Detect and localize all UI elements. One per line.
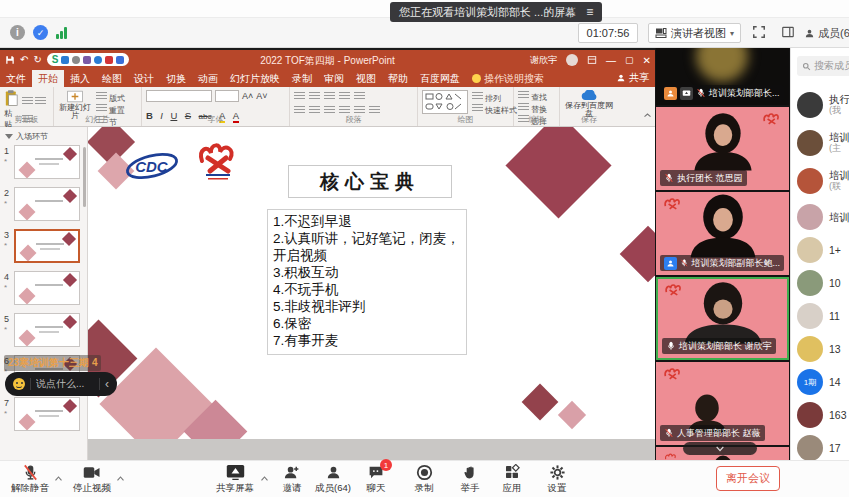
line-spacing-button[interactable]	[354, 92, 365, 101]
arrange-button[interactable]: 排列	[472, 91, 517, 103]
save-group-label: 保存	[560, 114, 618, 125]
members-button[interactable]: 成员(64)	[309, 463, 357, 495]
font-size-select[interactable]	[215, 90, 239, 102]
shield-icon[interactable]: ✓	[33, 25, 48, 40]
shapes-gallery[interactable]	[422, 90, 468, 114]
ribbon-options-icon[interactable]	[587, 55, 597, 65]
maximize-button[interactable]: ▢	[625, 55, 634, 65]
member-row[interactable]: 培训(联	[797, 164, 849, 198]
info-icon[interactable]: i	[10, 25, 25, 40]
tab-insert[interactable]: 插入	[64, 70, 96, 87]
slide-thumbnail-2[interactable]: 2*	[0, 187, 88, 225]
tab-baidu-netdisk[interactable]: 百度网盘	[414, 70, 466, 87]
member-row[interactable]: 执行(我	[797, 88, 849, 122]
view-mode-button[interactable]: 演讲者视图 ▾	[648, 23, 741, 43]
member-row[interactable]: 培训(主	[797, 126, 849, 160]
video-tile-1[interactable]: 培训策划部部长...	[656, 48, 789, 105]
scroll-videos-down-button[interactable]	[683, 442, 757, 455]
member-row[interactable]: 10	[797, 268, 849, 298]
replace-button[interactable]: 替换	[518, 102, 555, 114]
slide-canvas[interactable]: CDC 核心宝典 1.不迟到早退 2.认真听讲，记好笔记，闭麦， 开启视频 3.…	[88, 127, 655, 439]
slide-thumbnail-5[interactable]: 5*	[0, 313, 88, 351]
tab-home[interactable]: 开始	[32, 70, 64, 87]
bullets-button[interactable]	[294, 92, 305, 101]
person-icon	[325, 463, 342, 481]
minimize-button[interactable]: —	[606, 55, 616, 66]
members-panel-header[interactable]: 成员(64)	[804, 26, 849, 41]
video-options-chevron[interactable]	[116, 468, 125, 486]
member-row[interactable]: 培训	[797, 202, 849, 232]
quick-chat-bar[interactable]: 说点什么... ‹	[5, 372, 117, 396]
member-row[interactable]: 163	[797, 400, 849, 430]
tab-file[interactable]: 文件	[0, 70, 32, 87]
member-row[interactable]: 1+	[797, 235, 849, 265]
svg-text:CDC: CDC	[135, 158, 168, 175]
slide-title[interactable]: 核心宝典	[288, 165, 452, 198]
share-screen-button[interactable]: 共享屏幕	[211, 463, 259, 495]
close-button[interactable]: ✕	[643, 55, 651, 66]
meeting-app-window: 您正在观看培训策划部部长 ...的屏幕 ≡ i ✓ 01:07:56 演讲者视图…	[0, 0, 849, 497]
tab-help[interactable]: 帮助	[382, 70, 414, 87]
apps-button[interactable]: 应用	[488, 463, 536, 495]
tab-view[interactable]: 视图	[350, 70, 382, 87]
settings-button[interactable]: 设置	[533, 463, 581, 495]
member-row[interactable]: 1期 14	[797, 367, 849, 397]
font-name-select[interactable]	[146, 90, 212, 102]
side-panel-toggle-icon[interactable]	[781, 25, 795, 43]
chat-button[interactable]: 1 聊天	[352, 463, 400, 495]
leave-meeting-button[interactable]: 离开会议	[716, 466, 780, 491]
tab-design[interactable]: 设计	[128, 70, 160, 87]
layout-button[interactable]: 版式	[96, 91, 125, 103]
collapse-ribbon-icon[interactable]	[643, 106, 652, 124]
find-button[interactable]: 查找	[518, 90, 555, 102]
emoji-icon[interactable]	[13, 378, 25, 390]
stop-video-button[interactable]: 停止视频	[68, 463, 116, 495]
unmute-button[interactable]: 解除静音	[6, 463, 54, 495]
member-row[interactable]: 17	[797, 433, 849, 460]
avatar: 1期	[797, 369, 823, 395]
mic-muted-icon	[664, 173, 674, 183]
raise-hand-button[interactable]: 举手	[446, 463, 494, 495]
participant-label: 培训策划部部长...	[660, 85, 784, 101]
tab-transitions[interactable]: 切换	[160, 70, 192, 87]
chat-input-placeholder[interactable]: 说点什么...	[36, 377, 94, 391]
increase-indent-button[interactable]	[339, 92, 350, 101]
numbering-button[interactable]	[309, 92, 320, 101]
fullscreen-icon[interactable]	[752, 25, 766, 43]
grow-font-icon[interactable]: A˄	[242, 91, 253, 101]
divider	[30, 378, 31, 390]
decrease-indent-button[interactable]	[324, 92, 335, 101]
video-tile-3[interactable]: 培训策划部副部长鲍...	[656, 192, 789, 275]
menu-icon[interactable]: ≡	[586, 5, 593, 19]
slide-thumbnail-1[interactable]: 1*	[0, 145, 88, 183]
thumbnail-scrollbar[interactable]	[83, 147, 86, 207]
record-button[interactable]: 录制	[400, 463, 448, 495]
tab-animations[interactable]: 动画	[192, 70, 224, 87]
tell-me-search[interactable]: 操作说明搜索	[466, 70, 550, 87]
member-row[interactable]: 13	[797, 334, 849, 364]
tab-draw[interactable]: 绘图	[96, 70, 128, 87]
video-tile-5[interactable]: 人事管理部部长 赵薇	[656, 362, 789, 445]
shrink-font-icon[interactable]: A˅	[256, 91, 267, 101]
video-tile-4-active-speaker[interactable]: 培训策划部部长 谢欣宇	[656, 277, 789, 360]
collapse-chat-icon[interactable]: ‹	[105, 377, 109, 391]
section-header[interactable]: 入场环节	[5, 131, 48, 142]
user-avatar[interactable]	[566, 54, 578, 66]
danmaku-message: 23寒培训第十三期 4	[4, 355, 101, 371]
slide-thumbnail-7[interactable]: 7*	[0, 397, 88, 435]
tab-review[interactable]: 审阅	[318, 70, 350, 87]
search-members-input[interactable]: 搜索成员	[797, 56, 849, 76]
video-tile-2[interactable]: 执行团长 范思园	[656, 107, 789, 190]
member-row[interactable]: 11	[797, 301, 849, 331]
chat-unread-badge: 1	[380, 459, 392, 471]
tab-slideshow[interactable]: 幻灯片放映	[224, 70, 286, 87]
microphone-muted-icon	[22, 463, 39, 481]
chat-bubble-icon: 1	[367, 463, 385, 481]
slide-body-text[interactable]: 1.不迟到早退 2.认真听讲，记好笔记，闭麦， 开启视频 3.积极互动 4.不玩…	[267, 209, 467, 355]
avatar	[797, 237, 823, 263]
slide-thumbnail-4[interactable]: 4*	[0, 271, 88, 309]
slide-thumbnail-3-selected[interactable]: 3*	[0, 229, 88, 267]
mic-options-chevron[interactable]	[54, 468, 63, 486]
share-button[interactable]: 共享	[616, 71, 649, 85]
tab-record[interactable]: 录制	[286, 70, 318, 87]
